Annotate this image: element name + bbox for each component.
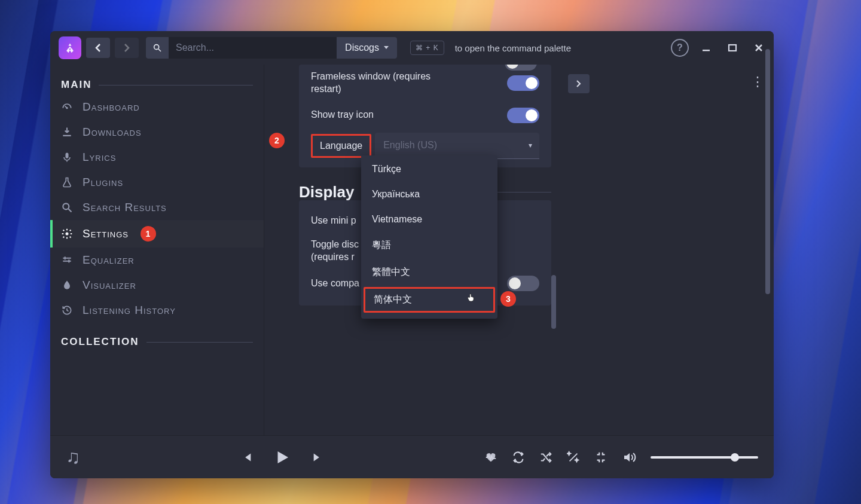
download-icon: [61, 126, 74, 138]
svg-rect-7: [66, 153, 69, 158]
nav-forward-button[interactable]: [115, 38, 139, 58]
app-window: Discogs ⌘ + K to open the command palett…: [50, 31, 774, 478]
chevron-right-icon: [124, 44, 130, 52]
player-next-button[interactable]: [312, 451, 325, 464]
language-option-traditional-chinese[interactable]: 繁體中文: [361, 259, 497, 286]
player-favorite-button[interactable]: [484, 451, 497, 464]
language-option-simplified-chinese[interactable]: 简体中文 3: [364, 287, 495, 313]
svg-point-8: [63, 203, 69, 209]
sidebar-item-plugins[interactable]: Plugins: [50, 170, 264, 195]
volume-slider[interactable]: [651, 456, 758, 459]
volume-thumb[interactable]: [731, 453, 739, 462]
player-bar: ♫: [50, 435, 774, 478]
player-miniplayer-button[interactable]: [594, 451, 607, 464]
svg-point-0: [69, 47, 71, 48]
player-repeat-button[interactable]: [512, 451, 525, 464]
sliders-icon: [61, 254, 74, 266]
nav-back-button[interactable]: [86, 38, 110, 58]
language-select[interactable]: English (US): [375, 133, 539, 159]
command-palette-hint: to open the command palette: [455, 43, 666, 53]
sidebar-item-dashboard[interactable]: Dashboard: [50, 94, 264, 120]
settings-panel: Frameless window (requires restart) Show…: [264, 65, 557, 435]
chevron-right-icon: [576, 80, 581, 87]
search-icon: [61, 201, 74, 213]
settings-scrollbar[interactable]: [551, 275, 556, 329]
command-palette-kbd: ⌘ + K: [410, 41, 444, 55]
shuffle-icon: [539, 451, 552, 464]
queue-expand-button[interactable]: [568, 74, 590, 93]
maximize-icon: [728, 43, 737, 53]
language-option-vietnamese[interactable]: Vietnamese: [361, 207, 497, 232]
window-maximize-button[interactable]: [726, 41, 739, 54]
sidebar-item-label: Plugins: [83, 176, 123, 189]
window-minimize-button[interactable]: [700, 41, 713, 54]
language-option-ukrainian[interactable]: Українська: [361, 182, 497, 207]
volume-icon: [622, 450, 636, 465]
sidebar-item-label: Dashboard: [83, 100, 140, 114]
queue-menu-button[interactable]: ⋮: [751, 74, 763, 90]
search-button[interactable]: [146, 37, 169, 59]
player-shuffle-button[interactable]: [539, 451, 552, 464]
toggle-tray[interactable]: [507, 108, 539, 123]
close-icon: [754, 43, 764, 53]
setting-tray-label: Show tray icon: [311, 109, 374, 121]
search-provider-label: Discogs: [345, 42, 379, 53]
setting-frameless-label: Frameless window (requires restart): [311, 71, 448, 96]
caret-down-icon: [384, 46, 389, 50]
sidebar-section-main: MAIN: [50, 79, 264, 94]
svg-line-9: [69, 209, 72, 212]
svg-point-10: [66, 233, 69, 236]
sidebar-item-label: Equalizer: [83, 253, 135, 267]
toggle-compact[interactable]: [507, 276, 539, 291]
main-area: Frameless window (requires restart) Show…: [264, 65, 774, 435]
help-button[interactable]: ?: [671, 39, 689, 57]
player-play-button[interactable]: [273, 448, 291, 466]
sidebar-item-equalizer[interactable]: Equalizer: [50, 248, 264, 273]
search-provider-dropdown[interactable]: Discogs: [337, 37, 397, 59]
heartbeat-icon: [484, 451, 497, 464]
sidebar-item-label: Downloads: [83, 126, 142, 139]
setting-disc-toggle-label: Toggle disc (requires r: [311, 239, 359, 264]
window-close-button[interactable]: [752, 41, 765, 54]
search-icon: [152, 43, 162, 53]
sidebar-item-label: Settings: [83, 227, 129, 240]
history-icon: [61, 304, 74, 316]
sidebar-item-listening-history[interactable]: Listening History: [50, 298, 264, 323]
language-dropdown: Türkçe Українська Vietnamese 粵語 繁體中文 简体中…: [361, 155, 497, 319]
skip-back-icon: [240, 451, 253, 464]
microphone-icon: [61, 151, 74, 163]
minimize-icon: [701, 43, 711, 53]
player-prev-button[interactable]: [240, 451, 253, 464]
sidebar-item-visualizer[interactable]: Visualizer: [50, 273, 264, 298]
sidebar-item-label: Visualizer: [83, 279, 136, 292]
svg-line-2: [158, 49, 161, 51]
app-logo[interactable]: [59, 36, 81, 59]
sidebar-item-downloads[interactable]: Downloads: [50, 120, 264, 145]
sidebar-item-label: Listening History: [83, 304, 176, 317]
sidebar-item-label: Lyrics: [83, 151, 116, 164]
gauge-icon: [61, 101, 74, 113]
language-select-value: English (US): [383, 140, 437, 151]
sidebar-item-label: Search Results: [83, 201, 167, 214]
toggle-unknown-top[interactable]: [505, 65, 537, 71]
language-option-cantonese[interactable]: 粵語: [361, 232, 497, 259]
annotation-marker-2: 2: [269, 133, 285, 148]
annotation-marker-1: 1: [141, 226, 156, 242]
sidebar: MAIN Dashboard Downloads Lyrics Plugins …: [50, 65, 264, 435]
titlebar: Discogs ⌘ + K to open the command palett…: [50, 31, 774, 65]
gear-icon: [61, 228, 74, 240]
toggle-frameless[interactable]: [507, 75, 539, 91]
sidebar-item-lyrics[interactable]: Lyrics: [50, 145, 264, 170]
play-icon: [273, 448, 291, 466]
droplet-icon: [61, 279, 74, 291]
sidebar-item-settings[interactable]: Settings 1: [50, 220, 264, 248]
search-input[interactable]: [169, 42, 337, 53]
setting-compact-label: Use compa: [311, 277, 359, 290]
svg-point-1: [154, 45, 159, 50]
annotation-marker-3: 3: [500, 291, 516, 307]
sidebar-item-search-results[interactable]: Search Results: [50, 195, 264, 220]
language-option-turkce[interactable]: Türkçe: [361, 157, 497, 182]
svg-line-6: [65, 106, 67, 108]
player-volume-button[interactable]: [622, 450, 636, 465]
player-autoradio-button[interactable]: [567, 451, 580, 464]
